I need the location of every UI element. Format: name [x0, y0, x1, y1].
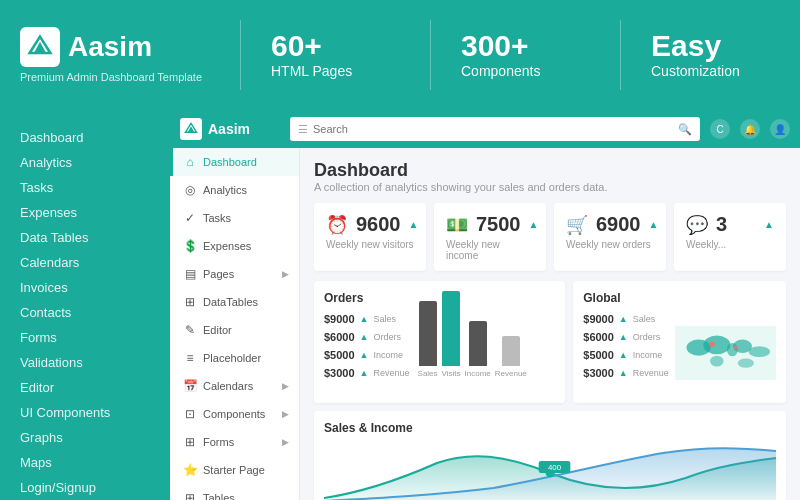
components-icon: ⊡ — [183, 407, 197, 421]
left-nav-graphs[interactable]: Graphs — [0, 425, 170, 450]
sales-section: Sales & Income — [314, 411, 786, 500]
visitors-trend: ▲ — [409, 219, 419, 230]
datatables-icon: ⊞ — [183, 295, 197, 309]
sidebar-item-components[interactable]: ⊡ Components ▶ — [170, 400, 299, 428]
sidebar-item-datatables[interactable]: ⊞ DataTables — [170, 288, 299, 316]
svg-point-11 — [738, 358, 754, 367]
orders-legend: $9000 ▲ Sales $6000 ▲ Orders — [324, 313, 410, 393]
components-arrow-icon: ▶ — [282, 409, 289, 419]
legend-label-sales: Sales — [374, 314, 397, 324]
orders-bar-chart: Sales Visits Income — [418, 313, 556, 393]
svg-point-6 — [703, 335, 730, 354]
left-nav-expenses[interactable]: Expenses — [0, 200, 170, 225]
feature-label-3: Customization — [651, 63, 780, 79]
global-panel-title: Global — [583, 291, 776, 305]
svg-point-10 — [710, 356, 723, 367]
bar-visits: Visits — [442, 291, 461, 378]
sidebar-label-analytics: Analytics — [203, 184, 247, 196]
legend-sales: $9000 ▲ Sales — [324, 313, 410, 325]
stat-card-messages: 💬 3 ▲ Weekly... — [674, 203, 786, 271]
sidebar-label-components: Components — [203, 408, 265, 420]
brand-icon — [20, 27, 60, 67]
left-nav-dashboard[interactable]: Dashboard — [0, 125, 170, 150]
svg-point-13 — [734, 346, 738, 350]
global-trend-sales: ▲ — [619, 314, 628, 324]
sidebar-item-forms[interactable]: ⊞ Forms ▶ — [170, 428, 299, 456]
stat-card-income: 💵 7500 ▲ Weekly new income — [434, 203, 546, 271]
left-nav-login[interactable]: Login/Signup — [0, 475, 170, 500]
left-nav-analytics[interactable]: Analytics — [0, 150, 170, 175]
stat-card-header-visitors: ⏰ 9600 ▲ — [326, 213, 414, 236]
global-label-revenue: Revenue — [633, 368, 669, 378]
sidebar-item-analytics[interactable]: ◎ Analytics — [170, 176, 299, 204]
feature-components: 300+ Components — [461, 31, 590, 79]
feature-html-pages: 60+ HTML Pages — [271, 31, 400, 79]
left-nav-editor[interactable]: Editor — [0, 375, 170, 400]
legend-val-sales: $9000 — [324, 313, 355, 325]
sidebar-label-expenses: Expenses — [203, 240, 251, 252]
left-nav-contacts[interactable]: Contacts — [0, 300, 170, 325]
left-nav-ui-components[interactable]: UI Components — [0, 400, 170, 425]
orders-value: 6900 — [596, 213, 641, 236]
left-nav-forms[interactable]: Forms — [0, 325, 170, 350]
global-legend-income: $5000 ▲ Income — [583, 349, 669, 361]
orders-icon: 🛒 — [566, 214, 588, 236]
search-bar[interactable]: ☰ 🔍 — [290, 117, 700, 141]
nav-bell-icon[interactable]: 🔔 — [740, 119, 760, 139]
bar-sales-rect — [419, 301, 437, 366]
forms-icon: ⊞ — [183, 435, 197, 449]
sidebar-label-forms: Forms — [203, 436, 234, 448]
inner-brand: Aasim — [180, 118, 280, 140]
income-icon: 💵 — [446, 214, 468, 236]
left-nav-validations[interactable]: Validations — [0, 350, 170, 375]
top-banner: Aasim Premium Admin Dashboard Template 6… — [0, 0, 800, 110]
sidebar-label-placeholder: Placeholder — [203, 352, 261, 364]
left-nav-tasks[interactable]: Tasks — [0, 175, 170, 200]
sidebar-item-starter[interactable]: ⭐ Starter Page — [170, 456, 299, 484]
sidebar-item-tasks[interactable]: ✓ Tasks — [170, 204, 299, 232]
global-content: $9000 ▲ Sales $6000 ▲ Orders — [583, 313, 776, 393]
sidebar-item-placeholder[interactable]: ≡ Placeholder — [170, 344, 299, 372]
legend-val-income: $5000 — [324, 349, 355, 361]
feature-label-1: HTML Pages — [271, 63, 400, 79]
calendars-arrow-icon: ▶ — [282, 381, 289, 391]
left-nav-maps[interactable]: Maps — [0, 450, 170, 475]
bar-revenue: Revenue — [495, 336, 527, 378]
sidebar-item-editor[interactable]: ✎ Editor — [170, 316, 299, 344]
orders-content: $9000 ▲ Sales $6000 ▲ Orders — [324, 313, 555, 393]
sidebar-item-tables[interactable]: ⊞ Tables — [170, 484, 299, 500]
sidebar-item-calendars[interactable]: 📅 Calendars ▶ — [170, 372, 299, 400]
search-input[interactable] — [313, 123, 673, 135]
sidebar-label-dashboard: Dashboard — [203, 156, 257, 168]
sidebar-item-expenses[interactable]: 💲 Expenses — [170, 232, 299, 260]
world-map — [675, 313, 776, 393]
stat-card-header-income: 💵 7500 ▲ — [446, 213, 534, 236]
svg-text:400: 400 — [548, 463, 561, 471]
global-val-orders: $6000 — [583, 331, 614, 343]
left-nav-calendars[interactable]: Calendars — [0, 250, 170, 275]
search-magnifier-icon: 🔍 — [678, 123, 692, 136]
svg-point-9 — [748, 346, 770, 357]
income-trend: ▲ — [529, 219, 539, 230]
legend-label-income: Income — [374, 350, 404, 360]
tasks-icon: ✓ — [183, 211, 197, 225]
left-nav-datatables[interactable]: Data Tables — [0, 225, 170, 250]
forms-arrow-icon: ▶ — [282, 437, 289, 447]
messages-label: Weekly... — [686, 239, 774, 250]
orders-label: Weekly new orders — [566, 239, 654, 250]
nav-color-icon[interactable]: C — [710, 119, 730, 139]
sales-chart-svg: 400 — [324, 443, 776, 500]
orders-panel: Orders $9000 ▲ Sales $6000 ▲ — [314, 281, 565, 403]
left-nav-invoices[interactable]: Invoices — [0, 275, 170, 300]
legend-trend-revenue: ▲ — [360, 368, 369, 378]
nav-user-icon[interactable]: 👤 — [770, 119, 790, 139]
legend-trend-income: ▲ — [360, 350, 369, 360]
left-nav: Dashboard Analytics Tasks Expenses Data … — [0, 110, 170, 500]
messages-value: 3 — [716, 213, 727, 236]
legend-val-revenue: $3000 — [324, 367, 355, 379]
sidebar-item-dashboard[interactable]: ⌂ Dashboard — [170, 148, 299, 176]
placeholder-icon: ≡ — [183, 351, 197, 365]
sidebar-item-pages[interactable]: ▤ Pages ▶ — [170, 260, 299, 288]
feature-label-2: Components — [461, 63, 590, 79]
editor-icon: ✎ — [183, 323, 197, 337]
